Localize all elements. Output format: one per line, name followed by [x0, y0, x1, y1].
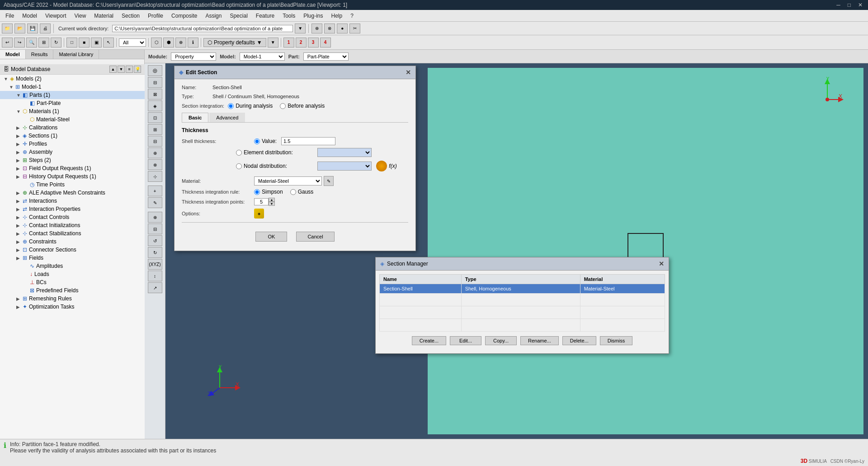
- lt-btn-17[interactable]: (XYZ): [148, 259, 162, 270]
- lt-btn-1[interactable]: ⊕: [148, 65, 162, 76]
- tb2-num3[interactable]: 3: [308, 38, 319, 48]
- integration-points-up[interactable]: ▲: [269, 198, 275, 202]
- tab-basic[interactable]: Basic: [182, 113, 208, 122]
- copy-btn[interactable]: Copy...: [485, 336, 517, 345]
- tb-tool3[interactable]: ●: [337, 24, 348, 33]
- lt-btn-18[interactable]: ↕: [148, 271, 162, 281]
- edit-btn[interactable]: Edit...: [450, 336, 481, 345]
- lt-btn-5[interactable]: ⊡: [148, 112, 162, 123]
- menu-file[interactable]: File: [2, 12, 18, 20]
- lt-btn-9[interactable]: ⊗: [148, 159, 162, 170]
- tree-item-interaction-props[interactable]: ▶ ⇄ Interaction Properties: [0, 205, 145, 213]
- lt-btn-8[interactable]: ⊕: [148, 147, 162, 158]
- tb2-wire[interactable]: □: [66, 38, 77, 48]
- tb2-query[interactable]: ℹ: [188, 38, 198, 48]
- tb-dir-browse-btn[interactable]: ▼: [295, 24, 306, 33]
- tb2-zoom[interactable]: 🔍: [26, 38, 37, 48]
- value-radio[interactable]: Value:: [254, 138, 281, 144]
- tb-tool4[interactable]: ✂: [349, 24, 360, 33]
- tb2-redo[interactable]: ↪: [14, 38, 25, 48]
- tree-item-connector-sections[interactable]: ▶ ⊡ Connector Sections: [0, 246, 145, 254]
- options-icon[interactable]: ◈: [254, 209, 264, 219]
- tb2-num4[interactable]: 4: [320, 38, 331, 48]
- create-btn[interactable]: Create...: [412, 336, 446, 345]
- tree-item-materials[interactable]: ▼ ⬡ Materials (1): [0, 107, 145, 115]
- before-analysis-radio[interactable]: Before analysis: [280, 103, 325, 109]
- tree-item-contact-stab[interactable]: ▶ ⊹ Contact Stabilizations: [0, 229, 145, 238]
- tb2-fit[interactable]: ⊞: [38, 38, 49, 48]
- tree-item-sections[interactable]: ▶ ◈ Sections (1): [0, 132, 145, 140]
- lt-btn-4[interactable]: ◈: [148, 100, 162, 111]
- menu-help2[interactable]: ?: [347, 12, 357, 20]
- integration-points-stepper[interactable]: ▲ ▼: [254, 198, 275, 206]
- menu-material[interactable]: Material: [90, 12, 117, 20]
- tb2-mesh2[interactable]: ⬢: [163, 38, 174, 48]
- selection-filter[interactable]: All: [119, 38, 146, 47]
- lt-btn-6[interactable]: ⊞: [148, 124, 162, 135]
- property-defaults-btn[interactable]: ⬡ Property defaults ▼: [203, 38, 266, 47]
- tb-print-btn[interactable]: 🖨: [40, 24, 51, 33]
- during-analysis-radio[interactable]: During analysis: [228, 103, 273, 109]
- lt-btn-13[interactable]: ⊕: [148, 212, 162, 223]
- tb-new-btn[interactable]: 📁: [2, 24, 13, 33]
- tb2-num2[interactable]: 2: [296, 38, 307, 48]
- tb2-extra[interactable]: ▼: [268, 38, 278, 48]
- current-dir-path[interactable]: C:\Users\yanran\Desktop\structural optim…: [112, 25, 293, 32]
- tb2-shade[interactable]: ■: [79, 38, 90, 48]
- menu-view[interactable]: View: [71, 12, 90, 20]
- lt-btn-2[interactable]: ⊟: [148, 77, 162, 88]
- tree-item-part-plate[interactable]: ◧ Part-Plate: [0, 99, 145, 107]
- menu-viewport[interactable]: Viewport: [42, 12, 70, 20]
- tree-nav-down[interactable]: ▼: [118, 66, 125, 73]
- menu-special[interactable]: Special: [226, 12, 251, 20]
- lt-btn-14[interactable]: ⊟: [148, 223, 162, 234]
- tree-item-time-points[interactable]: ◷ Time Points: [0, 181, 145, 189]
- element-dist-radio[interactable]: Element distribution:: [236, 149, 317, 156]
- tree-item-models[interactable]: ▼ ◈ Models (2): [0, 75, 145, 83]
- module-select[interactable]: Property: [171, 52, 216, 61]
- part-select[interactable]: Part-Plate: [303, 52, 349, 61]
- lt-btn-15[interactable]: ↺: [148, 235, 162, 246]
- tree-item-predefined[interactable]: ⊠ Predefined Fields: [0, 286, 145, 295]
- tree-item-contact-controls[interactable]: ▶ ⊹ Contact Controls: [0, 213, 145, 221]
- minimize-btn[interactable]: ─: [835, 2, 842, 8]
- thickness-value-input[interactable]: [281, 137, 335, 145]
- lt-btn-3[interactable]: ⊠: [148, 89, 162, 100]
- tb-open-btn[interactable]: 📂: [14, 24, 25, 33]
- ok-button[interactable]: OK: [255, 232, 287, 242]
- cancel-button[interactable]: Cancel: [296, 232, 334, 242]
- tree-light-btn[interactable]: 💡: [134, 66, 141, 73]
- tb2-mesh1[interactable]: ⬡: [151, 38, 162, 48]
- tree-item-contact-init[interactable]: ▶ ⊹ Contact Initializations: [0, 221, 145, 229]
- integration-points-down[interactable]: ▼: [269, 202, 275, 206]
- lt-btn-7[interactable]: ⊟: [148, 136, 162, 147]
- simpson-radio[interactable]: Simpson: [254, 189, 283, 195]
- element-dist-select[interactable]: [317, 148, 372, 157]
- fx-btn[interactable]: f(x): [375, 160, 398, 172]
- tb2-cursor[interactable]: ↖: [103, 38, 114, 48]
- tree-item-constraints[interactable]: ▶ ⊕ Constraints: [0, 238, 145, 246]
- sidebar-tab-results[interactable]: Results: [26, 50, 54, 59]
- delete-btn[interactable]: Delete...: [562, 336, 596, 345]
- tb-tool1[interactable]: ⊕: [311, 24, 322, 33]
- edit-section-close-btn[interactable]: ✕: [406, 69, 411, 76]
- model-select[interactable]: Model-1: [240, 52, 285, 61]
- menu-assign[interactable]: Assign: [202, 12, 225, 20]
- menu-tools[interactable]: Tools: [279, 12, 299, 20]
- tb2-rotate[interactable]: ↻: [51, 38, 61, 48]
- lt-btn-10[interactable]: ⊹: [148, 171, 162, 182]
- menu-feature[interactable]: Feature: [252, 12, 278, 20]
- menu-help[interactable]: Help: [328, 12, 346, 20]
- close-btn[interactable]: ✕: [856, 2, 864, 8]
- sidebar-tab-model[interactable]: Model: [0, 50, 26, 59]
- tree-item-model1[interactable]: ▼ ⊞ Model-1: [0, 83, 145, 91]
- window-controls[interactable]: ─ □ ✕: [835, 2, 864, 8]
- tree-item-steps[interactable]: ▶ ⊞ Steps (2): [0, 156, 145, 164]
- integration-points-input[interactable]: [254, 198, 269, 205]
- lt-btn-12[interactable]: ✎: [148, 197, 162, 208]
- maximize-btn[interactable]: □: [846, 2, 853, 8]
- tab-advanced[interactable]: Advanced: [209, 113, 245, 122]
- tree-item-field-output[interactable]: ▶ ⊡ Field Output Requests (1): [0, 164, 145, 172]
- table-row[interactable]: Section-Shell Shell, Homogeneous Materia…: [380, 284, 665, 294]
- tb2-shade2[interactable]: ▣: [91, 38, 102, 48]
